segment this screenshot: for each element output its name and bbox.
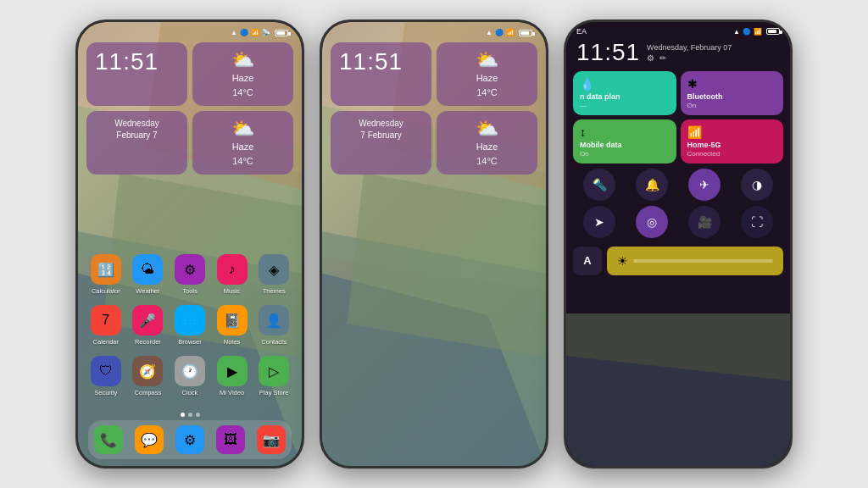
playstore-icon: ▷ — [259, 356, 289, 386]
mobile-data-tile[interactable]: ↕ Mobile data On — [573, 119, 676, 164]
cp-date-display: Wednesday, February 07 — [647, 42, 732, 53]
toggle-row-2: ➤ ◎ 🎥 ⛶ — [566, 206, 790, 238]
cp-status-bar: EA ▲🔵📶 — [566, 22, 790, 37]
app-grid-1: 🔢 Calculator 🌤 Weather ⚙ Tools ♪ Music ◈ — [85, 254, 295, 407]
recorder-icon: 🎤 — [132, 305, 163, 336]
widget-area-1: 11:51 ⛅ Haze 14°C Wednesday February 7 ⛅… — [86, 42, 293, 175]
notification-btn[interactable]: 🔔 — [636, 169, 668, 201]
app-row-2: 7 Calendar 🎤 Recorder 🌐 Browser 📓 Notes … — [85, 305, 295, 346]
weather-detail: Haze 14°C — [201, 140, 285, 168]
dock-gallery[interactable]: 🖼 — [216, 425, 245, 454]
tools-icon: ⚙ — [175, 254, 205, 285]
weather-detail-2: ⛅ Haze 14°C — [437, 111, 537, 175]
status-bar-1: ▲🔵📶📡 — [78, 29, 302, 36]
time-display-2: 11:51 — [339, 49, 423, 75]
app-row-1: 🔢 Calculator 🌤 Weather ⚙ Tools ♪ Music ◈ — [85, 254, 295, 295]
auto-btn[interactable]: A — [573, 247, 602, 275]
cp-edit-icon: ✏ — [659, 53, 666, 63]
date-text: Wednesday February 7 — [95, 118, 179, 141]
quick-tiles-grid: 💧 n data plan — ✱ Bluetooth On ↕ Mobile … — [566, 71, 790, 164]
cast-btn[interactable]: ➤ — [583, 206, 615, 238]
list-item[interactable]: 🌤 Weather — [129, 254, 166, 295]
cp-settings-icon: ⚙ — [647, 53, 654, 63]
weather-app-icon: 🌤 — [132, 254, 163, 285]
phone-3: EA ▲🔵📶 11:51 Wednesday, February 07 ⚙ ✏ — [564, 19, 793, 469]
dock-1: 📞 💬 ⚙ 🖼 📷 — [88, 420, 292, 459]
list-item[interactable]: 📓 Notes — [214, 305, 251, 346]
airplane-btn[interactable]: ✈ — [688, 169, 721, 201]
time-widget-2: 11:51 — [331, 42, 431, 106]
video-btn[interactable]: 🎥 — [688, 206, 721, 238]
list-item[interactable]: ▶ Mi Video — [214, 356, 251, 396]
date-widget: Wednesday February 7 — [86, 111, 187, 175]
cp-time-row: 11:51 Wednesday, February 07 ⚙ ✏ — [566, 37, 790, 71]
weather-icon-2: ⛅ — [201, 118, 285, 140]
app-row-3: 🛡 Security 🧭 Compass 🕐 Clock ▶ Mi Video … — [85, 356, 295, 396]
browser-icon: 🌐 — [175, 305, 205, 336]
screen-btn[interactable]: ⛶ — [741, 206, 773, 238]
list-item[interactable]: ♪ Music — [214, 254, 251, 295]
calendar-icon: 7 — [91, 305, 121, 336]
brightness-bar — [633, 259, 773, 263]
weather-detail-widget: ⛅ Haze 14°C — [192, 111, 293, 175]
scan-btn[interactable]: ◎ — [636, 206, 668, 238]
phone-1: ▲🔵📶📡 11:51 ⛅ Haze 14°C Wednesday Februar… — [75, 19, 304, 469]
time-widget: 11:51 — [86, 42, 187, 106]
list-item[interactable]: ◈ Themes — [255, 254, 292, 295]
list-item[interactable]: 🕐 Clock — [171, 356, 209, 396]
contacts-icon: 👤 — [259, 305, 289, 336]
weather-info: Haze 14°C — [201, 71, 285, 99]
dock-phone[interactable]: 📞 — [94, 425, 123, 454]
notes-icon: 📓 — [217, 305, 248, 336]
compass-icon: 🧭 — [132, 356, 163, 386]
control-panel: EA ▲🔵📶 11:51 Wednesday, February 07 ⚙ ✏ — [566, 22, 790, 466]
dock-settings[interactable]: ⚙ — [175, 425, 204, 454]
phone-2: ▲🔵📶 11:51 ⛅ Haze 14°C Wednesday 7 Februa… — [320, 19, 548, 469]
status-bar-2: ▲🔵📶 — [322, 29, 546, 36]
weather-icon: ⛅ — [201, 49, 285, 71]
bluetooth-label: Bluetooth — [687, 92, 777, 102]
flashlight-btn[interactable]: 🔦 — [583, 169, 615, 201]
security-icon: 🛡 — [91, 356, 121, 386]
list-item[interactable]: 🛡 Security — [87, 356, 125, 396]
wifi-tile[interactable]: 📶 Home-5G Connected — [681, 119, 784, 164]
list-item[interactable]: ⚙ Tools — [171, 254, 209, 295]
list-item[interactable]: ▷ Play Store — [255, 356, 292, 396]
list-item[interactable]: 7 Calendar — [87, 305, 125, 346]
cp-time-display: 11:51 — [576, 39, 640, 66]
themes-icon: ◈ — [259, 254, 289, 285]
list-item[interactable]: 🌐 Browser — [171, 305, 209, 346]
brightness-icon: ☀ — [617, 254, 628, 268]
list-item[interactable]: 🧭 Compass — [129, 356, 166, 396]
darkmode-btn[interactable]: ◑ — [741, 169, 773, 201]
bluetooth-tile[interactable]: ✱ Bluetooth On — [681, 71, 784, 115]
widget-area-2: 11:51 ⛅ Haze 14°C Wednesday 7 February ⛅… — [331, 42, 537, 175]
dock-camera[interactable]: 📷 — [257, 425, 286, 454]
date-widget-2: Wednesday 7 February — [331, 111, 431, 175]
carrier-label: EA — [576, 27, 587, 36]
music-icon: ♪ — [217, 254, 248, 285]
list-item[interactable]: 🎤 Recorder — [129, 305, 166, 346]
page-dots-1 — [78, 413, 302, 417]
cp-bottom-bar: A ☀ — [566, 243, 790, 279]
brightness-slider[interactable]: ☀ — [607, 247, 783, 275]
calculator-icon: 🔢 — [91, 254, 121, 285]
list-item[interactable]: 🔢 Calculator — [87, 254, 125, 295]
dock-messages[interactable]: 💬 — [135, 425, 164, 454]
data-plan-tile[interactable]: 💧 n data plan — — [573, 71, 676, 115]
dot-2 — [188, 413, 192, 417]
clock-icon: 🕐 — [175, 356, 205, 386]
mivideo-icon: ▶ — [217, 356, 248, 386]
toggle-row-1: 🔦 🔔 ✈ ◑ — [566, 169, 790, 201]
widget-time: 11:51 — [95, 49, 179, 75]
dot-3 — [196, 413, 200, 417]
weather-widget-2: ⛅ Haze 14°C — [437, 42, 537, 106]
dot-1 — [181, 413, 185, 417]
list-item[interactable]: 👤 Contacts — [255, 305, 292, 346]
weather-widget: ⛅ Haze 14°C — [192, 42, 293, 106]
